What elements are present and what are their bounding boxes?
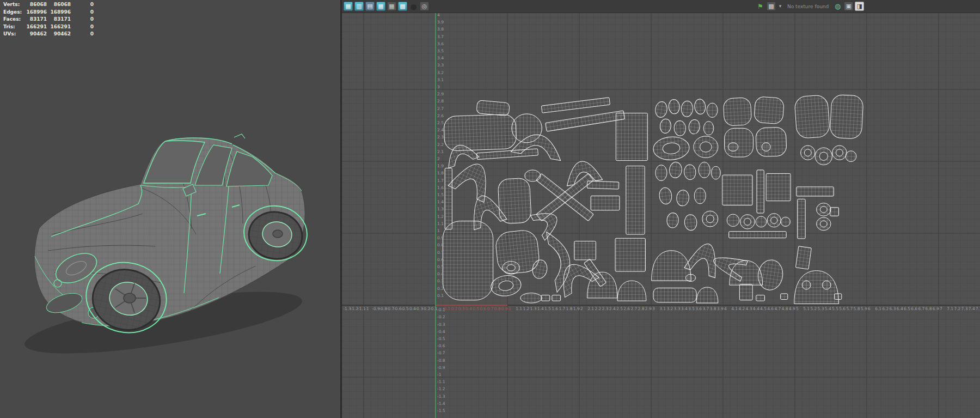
isolate-select-icon[interactable]: ● — [409, 2, 418, 11]
svg-text:4.9: 4.9 — [789, 306, 795, 311]
svg-text:4.7: 4.7 — [774, 306, 781, 311]
svg-text:-0.2: -0.2 — [437, 314, 445, 319]
svg-text:0.5: 0.5 — [473, 306, 479, 311]
svg-text:-0.1: -0.1 — [430, 306, 438, 311]
svg-text:1.3: 1.3 — [437, 207, 444, 211]
svg-text:-0.3: -0.3 — [437, 322, 445, 327]
svg-text:-1: -1 — [365, 306, 369, 311]
svg-text:3.9: 3.9 — [717, 306, 724, 311]
svg-text:3.5: 3.5 — [437, 49, 444, 53]
svg-text:0.7: 0.7 — [487, 306, 493, 311]
stats-row: Tris:1662911662910 — [3, 23, 94, 31]
svg-text:0.4: 0.4 — [465, 306, 472, 311]
svg-text:2.2: 2.2 — [437, 142, 444, 147]
svg-text:1.2: 1.2 — [523, 306, 529, 311]
uv-tile-icon[interactable]: ▦ — [376, 2, 385, 11]
texture-dropdown-caret[interactable]: ▾ — [777, 2, 783, 11]
svg-text:3.2: 3.2 — [666, 306, 673, 311]
uv-snapshot-camera-icon[interactable]: ◎ — [420, 2, 429, 11]
uv-move-shell-icon[interactable]: ▤ — [365, 2, 375, 11]
svg-text:7.3: 7.3 — [961, 306, 968, 311]
svg-text:3.5: 3.5 — [688, 306, 695, 311]
svg-text:1.6: 1.6 — [552, 306, 558, 311]
svg-text:2.8: 2.8 — [437, 99, 444, 104]
uv-workspace[interactable]: -1.3-1.2-1.1-1-0.9-0.8-0.7-0.6-0.5-0.4-0… — [342, 13, 980, 418]
svg-text:0.8: 0.8 — [494, 306, 501, 311]
svg-text:3.1: 3.1 — [437, 77, 444, 82]
svg-text:3.3: 3.3 — [437, 63, 444, 68]
svg-text:7.5: 7.5 — [976, 306, 980, 311]
svg-text:0.3: 0.3 — [437, 278, 444, 283]
svg-text:-0.4: -0.4 — [437, 329, 445, 334]
svg-text:4.8: 4.8 — [782, 306, 788, 311]
svg-text:-1.5: -1.5 — [437, 408, 445, 413]
svg-text:2.3: 2.3 — [437, 135, 444, 140]
svg-text:3.8: 3.8 — [437, 27, 444, 32]
uv-grid-icon[interactable]: ▦ — [344, 2, 353, 11]
svg-text:1.2: 1.2 — [437, 214, 444, 219]
svg-text:2.5: 2.5 — [616, 306, 623, 311]
svg-text:-1.4: -1.4 — [437, 401, 445, 406]
bake-texture-icon[interactable]: ▣ — [844, 2, 853, 11]
svg-text:1.7: 1.7 — [559, 306, 565, 311]
svg-text:5.2: 5.2 — [810, 306, 817, 311]
svg-text:0.5: 0.5 — [437, 264, 444, 269]
svg-text:3: 3 — [652, 306, 655, 311]
svg-text:6.1: 6.1 — [875, 306, 881, 311]
dim-image-icon[interactable]: ◨ — [855, 2, 864, 11]
svg-text:2.5: 2.5 — [437, 120, 444, 125]
uv-grid-display-icon[interactable]: ▦ — [387, 2, 396, 11]
stats-row: Edges:1689961689960 — [3, 9, 94, 16]
svg-text:0.3: 0.3 — [458, 306, 465, 311]
svg-text:3.6: 3.6 — [695, 306, 702, 311]
svg-text:6.9: 6.9 — [933, 306, 939, 311]
svg-text:1.4: 1.4 — [537, 306, 544, 311]
svg-text:6.4: 6.4 — [897, 306, 903, 311]
svg-text:5.8: 5.8 — [854, 306, 860, 311]
svg-text:6.8: 6.8 — [926, 306, 932, 311]
uv-toolbar-right: ⚑▩▾ No texture found ◍▣◨ — [756, 0, 864, 13]
3d-viewport[interactable]: Verts:86068860680Edges:1689961689960Face… — [0, 0, 340, 418]
svg-text:0.8: 0.8 — [437, 243, 444, 247]
svg-text:6.3: 6.3 — [890, 306, 896, 311]
svg-text:1.6: 1.6 — [437, 185, 444, 190]
refresh-texture-icon[interactable]: ◍ — [833, 2, 842, 11]
svg-text:2.4: 2.4 — [437, 128, 444, 132]
svg-text:-1.1: -1.1 — [437, 379, 445, 384]
svg-text:-0.7: -0.7 — [437, 350, 445, 355]
svg-text:2: 2 — [437, 156, 440, 161]
svg-text:-1: -1 — [437, 372, 442, 377]
uv-grid-canvas: -1.3-1.2-1.1-1-0.9-0.8-0.7-0.6-0.5-0.4-0… — [342, 13, 980, 418]
svg-text:1: 1 — [509, 306, 511, 311]
svg-text:3: 3 — [437, 84, 440, 89]
texture-status-label: No texture found — [787, 4, 829, 9]
svg-text:3.9: 3.9 — [437, 20, 444, 25]
checker-pattern-icon[interactable]: ▩ — [767, 2, 776, 11]
svg-text:5: 5 — [796, 306, 799, 311]
svg-text:4.2: 4.2 — [738, 306, 745, 311]
svg-text:4.6: 4.6 — [767, 306, 774, 311]
svg-text:7: 7 — [940, 306, 942, 311]
svg-text:5.3: 5.3 — [818, 306, 824, 311]
svg-text:7.1: 7.1 — [947, 306, 953, 311]
svg-text:4.1: 4.1 — [731, 306, 738, 311]
svg-text:5.6: 5.6 — [839, 306, 846, 311]
axis-labels: -1.3-1.2-1.1-1-0.9-0.8-0.7-0.6-0.5-0.4-0… — [343, 13, 980, 413]
texture-flag-icon[interactable]: ⚑ — [756, 2, 765, 11]
uv-toolbar-left: ▦▥▤▦▦▩●◎ — [344, 2, 429, 11]
uv-islands — [443, 94, 863, 304]
svg-text:6.6: 6.6 — [911, 306, 917, 311]
svg-text:4: 4 — [437, 13, 440, 17]
stats-row: Faces:83171831710 — [3, 16, 94, 23]
uv-editor-panel: ▦▥▤▦▦▩●◎ ⚑▩▾ No texture found ◍▣◨ -1.3-1… — [342, 0, 980, 418]
svg-text:2.1: 2.1 — [437, 149, 444, 154]
svg-text:-1.3: -1.3 — [437, 394, 445, 399]
uv-layout-icon[interactable]: ▥ — [354, 2, 364, 11]
svg-text:0.2: 0.2 — [451, 306, 457, 311]
svg-text:7.2: 7.2 — [954, 306, 960, 311]
uv-checker-icon[interactable]: ▩ — [398, 2, 407, 11]
uv-toolbar: ▦▥▤▦▦▩●◎ ⚑▩▾ No texture found ◍▣◨ — [342, 0, 980, 13]
svg-text:3.1: 3.1 — [659, 306, 666, 311]
svg-text:1.8: 1.8 — [437, 171, 444, 175]
svg-text:-1.2: -1.2 — [437, 386, 445, 391]
